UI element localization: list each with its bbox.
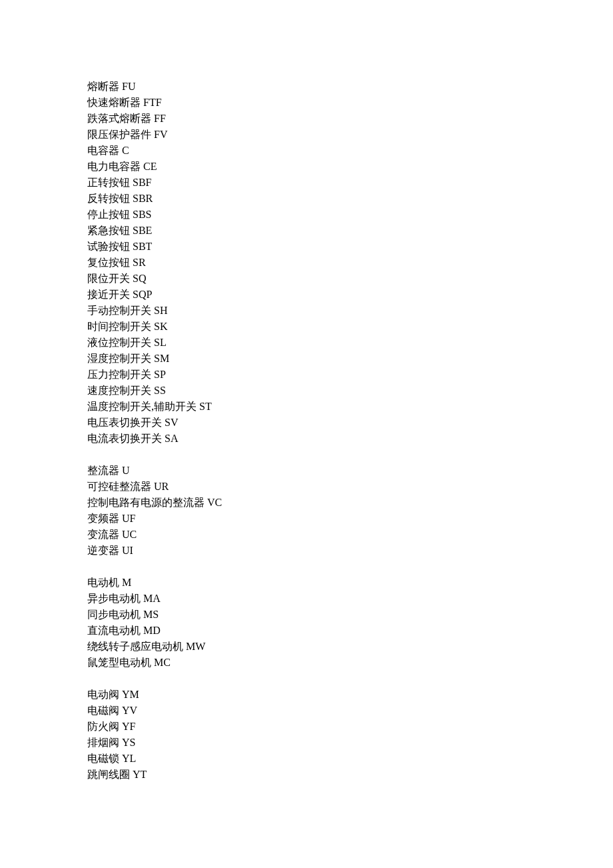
reference-line: 绕线转子感应电动机 MW [87,639,613,655]
reference-line: 电磁阀 YV [87,703,613,719]
reference-line: 复位按钮 SR [87,255,613,271]
reference-line: 跳闸线圈 YT [87,767,613,783]
reference-line: 快速熔断器 FTF [87,95,613,111]
reference-line: 鼠笼型电动机 MC [87,655,613,671]
reference-line: 控制电路有电源的整流器 VC [87,495,613,511]
reference-line: 整流器 U [87,463,613,479]
reference-line: 变流器 UC [87,527,613,543]
reference-line: 试验按钮 SBT [87,239,613,255]
document-page: 熔断器 FU快速熔断器 FTF跌落式熔断器 FF限压保护器件 FV电容器 C电力… [0,0,613,868]
group-separator [87,671,613,687]
reference-line: 电动机 M [87,575,613,591]
reference-line: 紧急按钮 SBE [87,223,613,239]
reference-line: 压力控制开关 SP [87,367,613,383]
reference-line: 限压保护器件 FV [87,127,613,143]
group-separator [87,447,613,463]
reference-line: 时间控制开关 SK [87,319,613,335]
reference-line: 电磁锁 YL [87,751,613,767]
reference-line: 直流电动机 MD [87,623,613,639]
reference-line: 可控硅整流器 UR [87,479,613,495]
reference-line: 停止按钮 SBS [87,207,613,223]
reference-line: 电容器 C [87,143,613,159]
reference-line: 电力电容器 CE [87,159,613,175]
group-separator [87,559,613,575]
reference-line: 同步电动机 MS [87,607,613,623]
reference-line: 限位开关 SQ [87,271,613,287]
reference-line: 速度控制开关 SS [87,383,613,399]
reference-line: 正转按钮 SBF [87,175,613,191]
reference-line: 液位控制开关 SL [87,335,613,351]
reference-line: 反转按钮 SBR [87,191,613,207]
reference-line: 电压表切换开关 SV [87,415,613,431]
reference-line: 温度控制开关,辅助开关 ST [87,399,613,415]
reference-line: 逆变器 UI [87,543,613,559]
reference-line: 接近开关 SQP [87,287,613,303]
reference-line: 变频器 UF [87,511,613,527]
reference-line: 防火阀 YF [87,719,613,735]
reference-line: 手动控制开关 SH [87,303,613,319]
reference-line: 排烟阀 YS [87,735,613,751]
reference-line: 电流表切换开关 SA [87,431,613,447]
reference-line: 异步电动机 MA [87,591,613,607]
reference-line: 湿度控制开关 SM [87,351,613,367]
reference-line: 熔断器 FU [87,79,613,95]
reference-line: 电动阀 YM [87,687,613,703]
reference-line: 跌落式熔断器 FF [87,111,613,127]
